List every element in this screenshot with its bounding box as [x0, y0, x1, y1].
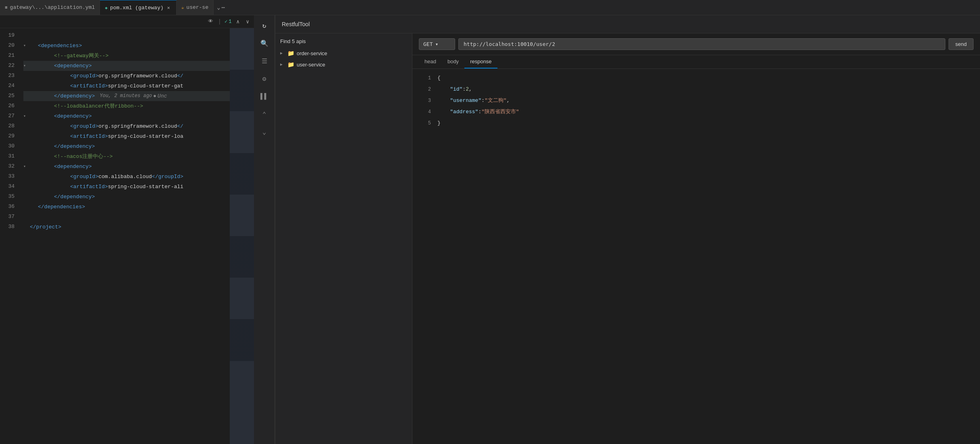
code-line-31: <!--nacos注册中心--> — [23, 151, 230, 162]
code-line-35: </dependency> — [23, 192, 230, 202]
expand-icon[interactable]: ⌃ — [257, 107, 272, 122]
service-tree: ▶ 📁 order-service ▶ 📁 user-service — [275, 48, 412, 70]
service-item-order[interactable]: ▶ 📁 order-service — [277, 48, 410, 59]
tab-response[interactable]: response — [464, 55, 497, 68]
code-line-25: </dependency> You, 2 minutes ago ● Unc — [23, 91, 230, 101]
chevron-down-icon[interactable]: ∨ — [244, 18, 251, 26]
tab-pom[interactable]: ◈ pom.xml (gateway) ✕ — [100, 0, 176, 15]
match-number: 1 — [229, 19, 231, 25]
code-line-28: <groupId>org.springframework.cloud</ — [23, 121, 230, 131]
fold-27[interactable]: ▾ — [23, 113, 30, 120]
tab-more-dots: ⌄ — [217, 4, 220, 11]
chevron-order-icon: ▶ — [280, 51, 285, 56]
xml-icon: ◈ — [105, 5, 108, 10]
code-content: ▾ <dependencies> <!--gateway网关--> ▾ <dep… — [20, 28, 230, 444]
tab-user[interactable]: ☕ user-se — [177, 0, 214, 15]
chevron-up-icon[interactable]: ∧ — [235, 18, 241, 26]
tab-yaml-label: gateway\...\application.yml — [10, 4, 95, 10]
restful-title: RestfulTool — [282, 21, 310, 27]
minimap — [230, 28, 254, 444]
request-tabs: head body response — [412, 55, 980, 69]
code-line-30: </dependency> — [23, 141, 230, 151]
tab-body[interactable]: body — [442, 55, 464, 68]
resp-line-3: 3 "username" : "文二狗" , — [419, 96, 974, 108]
code-line-36: </dependencies> — [23, 202, 230, 212]
tab-more-menu: ⋯ — [221, 4, 225, 11]
url-input[interactable] — [458, 38, 945, 50]
fold-22[interactable]: ▾ — [23, 63, 30, 69]
settings-icon[interactable]: ⚙ — [257, 72, 272, 86]
code-line-22: ▾ <dependency> — [23, 61, 230, 71]
tab-user-label: user-se — [186, 4, 208, 10]
restful-sidebar: Find 5 apis ▶ 📁 order-service ▶ 📁 user-s… — [275, 33, 412, 444]
folder-order-icon: 📁 — [287, 50, 294, 57]
restful-body: Find 5 apis ▶ 📁 order-service ▶ 📁 user-s… — [275, 33, 980, 444]
chevron-user-icon: ▶ — [280, 62, 285, 67]
code-line-33: <groupId>com.alibaba.cloud</groupId> — [23, 172, 230, 182]
editor-panel: 👁 | ✓ 1 ∧ ∨ 19 20 21 22 23 24 25 26 27 2… — [0, 15, 254, 444]
code-line-19 — [23, 31, 230, 41]
code-line-27: ▾ <dependency> — [23, 111, 230, 121]
java-icon: ☕ — [181, 5, 184, 10]
resp-line-5: 5 } — [419, 119, 974, 130]
minimap-content — [230, 28, 254, 444]
main-area: 👁 | ✓ 1 ∧ ∨ 19 20 21 22 23 24 25 26 27 2… — [0, 15, 980, 444]
find-apis-label: Find 5 apis — [275, 37, 412, 48]
code-line-38: </project> — [23, 222, 230, 232]
code-line-34: <artifactId>spring-cloud-starter-ali — [23, 182, 230, 192]
service-user-name: user-service — [297, 62, 325, 68]
match-count: ✓ 1 — [225, 19, 231, 25]
service-order-name: order-service — [297, 50, 327, 56]
tab-pom-label: pom.xml (gateway) — [110, 5, 164, 11]
code-line-37 — [23, 212, 230, 222]
url-bar: GET ▾ send — [412, 33, 980, 55]
collapse-icon[interactable]: ⌄ — [257, 125, 272, 139]
tab-pom-close[interactable]: ✕ — [166, 4, 171, 11]
restful-header: RestfulTool — [275, 15, 980, 33]
code-line-23: <groupId>org.springframework.cloud</ — [23, 71, 230, 81]
code-line-29: <artifactId>spring-cloud-starter-loa — [23, 131, 230, 141]
restful-activity-bar: ↻ 🔍 ☰ ⚙ ▌▌ ⌃ ⌄ — [254, 15, 275, 444]
search-icon[interactable]: 🔍 — [257, 36, 272, 51]
resp-line-1: 1 { — [419, 74, 974, 85]
checkmark-icon: ✓ — [225, 19, 227, 25]
git-annotation-25: You, 2 minutes ago — [100, 91, 152, 101]
resp-line-4: 4 "address" : "陕西省西安市" — [419, 108, 974, 119]
code-line-32: ▾ <dependency> — [23, 162, 230, 172]
code-area[interactable]: 19 20 21 22 23 24 25 26 27 28 29 30 31 3… — [0, 28, 254, 444]
yaml-icon: ≡ — [5, 5, 8, 10]
code-line-26: <!--loadbalancer代替ribbon--> — [23, 101, 230, 111]
refresh-icon[interactable]: ↻ — [257, 19, 272, 33]
restful-panel: RestfulTool Find 5 apis ▶ 📁 order-servic… — [275, 15, 980, 444]
editor-toolbar: 👁 | ✓ 1 ∧ ∨ — [0, 15, 254, 28]
fold-32[interactable]: ▾ — [23, 164, 30, 170]
eye-icon[interactable]: 👁 — [206, 18, 215, 25]
tab-yaml[interactable]: ≡ gateway\...\application.yml — [0, 0, 100, 15]
fold-20[interactable]: ▾ — [23, 43, 30, 49]
folder-user-icon: 📁 — [287, 61, 294, 68]
method-select[interactable]: GET ▾ — [419, 38, 455, 50]
code-line-20: ▾ <dependencies> — [23, 41, 230, 51]
code-line-21: <!--gateway网关--> — [23, 51, 230, 61]
method-arrow-icon: ▾ — [435, 41, 438, 47]
tab-bar: ≡ gateway\...\application.yml ◈ pom.xml … — [0, 0, 980, 15]
toolbar-divider: | — [218, 19, 221, 25]
restful-main: GET ▾ send head body response 1 { — [412, 33, 980, 444]
code-line-24: <artifactId>spring-cloud-starter-gat — [23, 81, 230, 91]
tab-more[interactable]: ⌄ ⋯ — [214, 4, 228, 11]
send-button[interactable]: send — [949, 38, 974, 50]
resp-line-2: 2 "id" : 2 , — [419, 85, 974, 96]
chart-icon[interactable]: ▌▌ — [257, 89, 272, 104]
response-body: 1 { 2 "id" : 2 , 3 "username" : — [412, 69, 980, 444]
method-value: GET — [423, 41, 433, 47]
service-item-user[interactable]: ▶ 📁 user-service — [277, 59, 410, 70]
tab-head[interactable]: head — [419, 55, 442, 68]
line-numbers: 19 20 21 22 23 24 25 26 27 28 29 30 31 3… — [0, 28, 20, 444]
filter-icon[interactable]: ☰ — [257, 54, 272, 68]
